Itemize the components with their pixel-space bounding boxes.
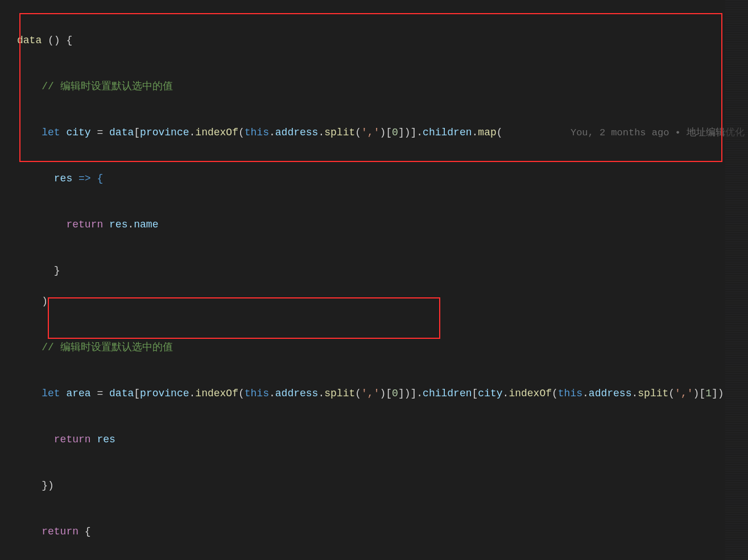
code-editor[interactable]: data () { // 编辑时设置默认选中的值 let city = data…: [0, 0, 748, 560]
code-line[interactable]: res => {: [17, 171, 748, 186]
code-line[interactable]: }: [17, 263, 748, 279]
code-line[interactable]: }): [17, 478, 748, 493]
code-line[interactable]: // 编辑时设置默认选中的值: [17, 340, 748, 355]
code-line[interactable]: return res: [17, 432, 748, 447]
code-line[interactable]: // 编辑时设置默认选中的值: [17, 79, 748, 94]
code-line[interactable]: let city = data[province.indexOf(this.ad…: [17, 125, 748, 140]
code-line[interactable]: return res.name: [17, 217, 748, 233]
minimap[interactable]: [725, 0, 748, 560]
git-lens-annotation: You, 2 months ago • 地址编辑优化: [571, 125, 745, 140]
fn-data: data: [17, 35, 42, 46]
code-line[interactable]: let area = data[province.indexOf(this.ad…: [17, 386, 748, 401]
code-line[interactable]: return {: [17, 524, 748, 540]
code-line[interactable]: ): [17, 294, 748, 309]
code-line[interactable]: data () {: [17, 33, 748, 48]
keyword-let: let: [42, 127, 60, 138]
comment: // 编辑时设置默认选中的值: [17, 81, 173, 92]
comment: // 编辑时设置默认选中的值: [17, 342, 173, 353]
